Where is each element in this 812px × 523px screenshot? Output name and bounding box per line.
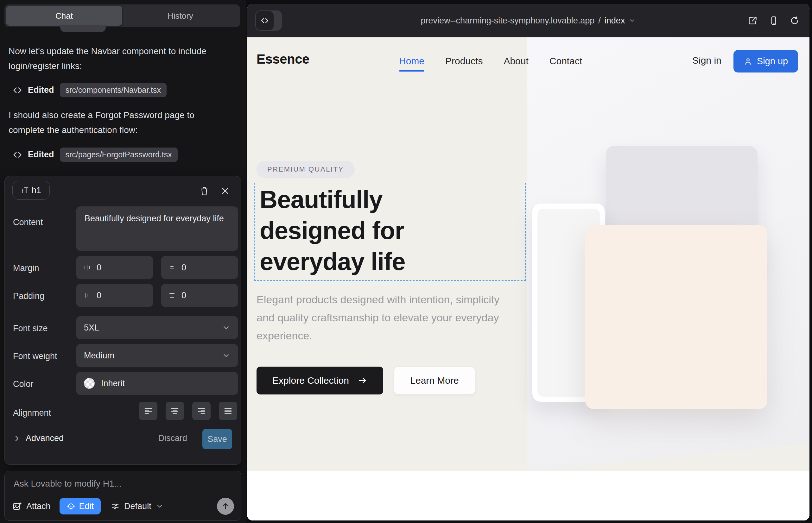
save-button[interactable]: Save xyxy=(202,429,232,449)
mobile-view-button[interactable] xyxy=(769,16,778,25)
chevron-right-icon xyxy=(13,435,21,442)
code-icon xyxy=(13,150,22,160)
nav-link-about[interactable]: About xyxy=(504,56,528,67)
discard-button[interactable]: Discard xyxy=(158,433,187,443)
font-size-select[interactable]: 5XL xyxy=(76,316,238,339)
font-weight-label: Font weight xyxy=(13,351,57,361)
alignment-label: Alignment xyxy=(13,408,51,418)
align-left-button[interactable] xyxy=(139,402,157,420)
chat-sidebar: Chat History Now let's update the Navbar… xyxy=(0,0,246,523)
padding-horizontal-icon xyxy=(83,292,91,299)
content-input[interactable]: Beautifully designed for everyday life xyxy=(76,206,238,251)
hero-badge: PREMIUM QUALITY xyxy=(257,161,355,178)
tab-chat[interactable]: Chat xyxy=(6,6,122,26)
preview-window: preview--charming-site-symphony.lovable.… xyxy=(247,4,810,521)
close-editor-button[interactable] xyxy=(219,184,231,197)
site-logo[interactable]: Essence xyxy=(257,52,310,67)
alignment-buttons xyxy=(139,402,237,420)
typography-icon: TT xyxy=(21,186,28,195)
composer-toolbar: Attach Edit Default xyxy=(12,497,234,516)
chat-composer: Attach Edit Default xyxy=(4,471,241,521)
align-justify-button[interactable] xyxy=(219,402,237,420)
edited-file-row[interactable]: Edited src/pages/ForgotPassword.tsx xyxy=(13,147,178,162)
margin-x-input[interactable]: 0 xyxy=(76,256,153,279)
margin-y-input[interactable]: 0 xyxy=(161,256,238,279)
color-select[interactable]: Inherit xyxy=(76,372,238,395)
chat-history-tabs: Chat History xyxy=(4,4,240,27)
sliders-icon xyxy=(111,502,120,511)
nav-link-contact[interactable]: Contact xyxy=(549,56,582,67)
chevron-down-icon xyxy=(156,502,163,510)
model-selector[interactable]: Default xyxy=(111,502,163,511)
model-label: Default xyxy=(124,502,152,511)
explore-collection-label: Explore Collection xyxy=(272,375,349,386)
file-path-chip[interactable]: src/pages/ForgotPassword.tsx xyxy=(60,147,178,162)
nav-link-products[interactable]: Products xyxy=(445,56,483,67)
selected-element-outline[interactable]: Beautifully designed for everyday life xyxy=(254,183,526,281)
clipped-file-chip xyxy=(60,25,106,32)
chevron-down-icon xyxy=(222,351,230,360)
attach-image-icon xyxy=(12,502,22,511)
margin-y-value: 0 xyxy=(181,263,186,273)
nav-link-home[interactable]: Home xyxy=(399,56,424,67)
element-tag-label: h1 xyxy=(32,185,41,195)
assistant-message: I should also create a Forgot Password p… xyxy=(8,108,232,138)
refresh-button[interactable] xyxy=(790,16,799,25)
url-bar[interactable]: preview--charming-site-symphony.lovable.… xyxy=(247,4,810,37)
send-button[interactable] xyxy=(217,498,234,515)
section-below-hero xyxy=(247,471,810,521)
margin-x-value: 0 xyxy=(96,263,101,273)
padding-x-input[interactable]: 0 xyxy=(76,284,153,307)
advanced-toggle[interactable]: Advanced xyxy=(13,433,64,443)
browser-chrome: preview--charming-site-symphony.lovable.… xyxy=(247,4,810,37)
sign-up-label: Sign up xyxy=(757,56,788,67)
chevron-down-icon xyxy=(629,17,636,24)
align-right-button[interactable] xyxy=(192,402,211,420)
edited-label: Edited xyxy=(28,150,54,160)
chevron-down-icon xyxy=(222,324,230,332)
padding-x-value: 0 xyxy=(96,291,101,301)
browser-actions xyxy=(748,4,799,37)
edited-label: Edited xyxy=(28,85,54,95)
sign-in-link[interactable]: Sign in xyxy=(692,55,721,66)
color-swatch xyxy=(84,378,95,389)
padding-y-value: 0 xyxy=(181,291,186,301)
decor-card-cream xyxy=(585,225,767,409)
selected-element-tag: TT h1 xyxy=(12,181,50,200)
file-path-chip[interactable]: src/components/Navbar.tsx xyxy=(60,83,167,97)
font-weight-select[interactable]: Medium xyxy=(76,344,238,367)
padding-y-input[interactable]: 0 xyxy=(161,284,238,307)
font-weight-value: Medium xyxy=(84,351,114,361)
attach-label: Attach xyxy=(26,502,51,511)
sign-up-button[interactable]: Sign up xyxy=(734,50,798,72)
hero-cta-row: Explore Collection Learn More xyxy=(257,366,475,395)
edit-label: Edit xyxy=(79,502,94,511)
attach-button[interactable]: Attach xyxy=(12,502,51,511)
align-center-button[interactable] xyxy=(166,402,184,420)
hero-heading[interactable]: Beautifully designed for everyday life xyxy=(260,184,469,277)
composer-input[interactable] xyxy=(14,479,229,489)
color-value: Inherit xyxy=(101,379,125,389)
learn-more-button[interactable]: Learn More xyxy=(394,366,475,395)
tab-history[interactable]: History xyxy=(122,6,239,26)
font-size-value: 5XL xyxy=(84,323,99,333)
crosshair-icon xyxy=(67,502,75,511)
delete-element-button[interactable] xyxy=(198,184,211,197)
padding-label: Padding xyxy=(13,291,44,301)
site-viewport: Essence Home Products About Contact Sign… xyxy=(247,37,810,521)
url-page: index xyxy=(604,16,625,26)
margin-label: Margin xyxy=(13,264,39,273)
edited-file-row[interactable]: Edited src/components/Navbar.tsx xyxy=(13,83,166,97)
element-editor-panel: TT h1 Content Beautifully designed for e… xyxy=(4,176,241,465)
content-label: Content xyxy=(13,217,43,227)
margin-horizontal-icon xyxy=(83,264,91,271)
url-domain: preview--charming-site-symphony.lovable.… xyxy=(421,16,595,26)
arrow-right-icon xyxy=(358,376,367,385)
open-external-button[interactable] xyxy=(748,16,758,25)
url-separator: / xyxy=(598,16,601,26)
user-icon xyxy=(744,57,753,66)
font-size-label: Font size xyxy=(13,324,48,333)
assistant-message: Now let's update the Navbar component to… xyxy=(8,44,232,73)
explore-collection-button[interactable]: Explore Collection xyxy=(257,366,383,395)
edit-mode-button[interactable]: Edit xyxy=(59,498,101,515)
